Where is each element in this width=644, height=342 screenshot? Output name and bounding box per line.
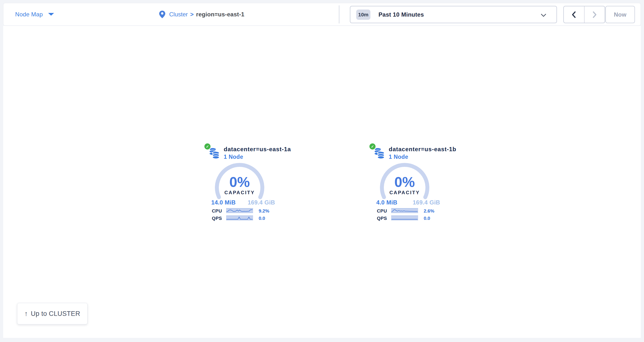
datacenter-name[interactable]: datacenter=us-east-1b bbox=[389, 146, 456, 153]
time-prev-button[interactable] bbox=[564, 6, 584, 23]
time-next-button[interactable] bbox=[584, 6, 605, 23]
header-divider bbox=[339, 5, 339, 23]
database-stack-icon bbox=[209, 147, 220, 160]
up-to-cluster-label: Up to CLUSTER bbox=[31, 310, 80, 318]
capacity-label: CAPACITY bbox=[214, 190, 265, 195]
qps-metric-row: QPS 0.0 bbox=[368, 215, 451, 221]
qps-sparkline bbox=[226, 215, 253, 220]
breadcrumb-current-region: region=us-east-1 bbox=[196, 11, 244, 18]
cpu-label: CPU bbox=[203, 208, 222, 214]
header: Node Map Cluster > region=us-east-1 10m … bbox=[3, 3, 641, 26]
qps-metric-row: QPS 0.0 bbox=[203, 215, 286, 221]
map-pin-icon bbox=[159, 10, 165, 18]
cpu-sparkline bbox=[391, 208, 418, 213]
time-range-dropdown[interactable]: 10m Past 10 Minutes bbox=[350, 6, 557, 23]
capacity-percent: 0% bbox=[380, 174, 430, 190]
up-to-cluster-button[interactable]: ↑ Up to CLUSTER bbox=[17, 303, 88, 325]
cpu-sparkline bbox=[226, 208, 253, 213]
qps-label: QPS bbox=[203, 216, 222, 221]
map-canvas: ✓ datacenter=us-east-1a 1 Node 0% CAPACI… bbox=[3, 26, 641, 338]
database-stack-icon bbox=[374, 147, 385, 160]
cpu-metric-row: CPU 9.2% bbox=[203, 208, 286, 214]
breadcrumb: Cluster > region=us-east-1 bbox=[159, 3, 244, 25]
view-selector-label: Node Map bbox=[15, 11, 43, 18]
chevron-left-icon bbox=[572, 11, 576, 18]
datacenter-card[interactable]: ✓ datacenter=us-east-1b 1 Node 0% CAPACI… bbox=[368, 143, 451, 226]
chevron-down-icon bbox=[541, 14, 546, 17]
capacity-total: 169.4 GiB bbox=[380, 199, 440, 206]
breadcrumb-separator: > bbox=[190, 11, 194, 18]
chevron-right-icon bbox=[592, 11, 597, 18]
cpu-value: 2.6% bbox=[424, 208, 434, 214]
time-nav-group bbox=[563, 6, 605, 23]
up-arrow-icon: ↑ bbox=[24, 310, 28, 318]
chevron-down-icon bbox=[48, 13, 54, 16]
cpu-label: CPU bbox=[368, 208, 387, 214]
capacity-percent: 0% bbox=[214, 174, 265, 190]
view-selector-dropdown[interactable]: Node Map bbox=[15, 3, 54, 25]
qps-sparkline bbox=[391, 215, 418, 220]
datacenter-name[interactable]: datacenter=us-east-1a bbox=[224, 146, 291, 153]
capacity-label: CAPACITY bbox=[380, 190, 430, 195]
qps-value: 0.0 bbox=[259, 216, 265, 221]
now-button[interactable]: Now bbox=[605, 6, 635, 23]
node-map-page: Node Map Cluster > region=us-east-1 10m … bbox=[0, 0, 644, 342]
node-count-link[interactable]: 1 Node bbox=[224, 154, 243, 160]
time-range-label: Past 10 Minutes bbox=[378, 11, 424, 18]
breadcrumb-cluster-link[interactable]: Cluster bbox=[169, 11, 188, 18]
cpu-metric-row: CPU 2.6% bbox=[368, 208, 451, 214]
healthy-check-icon: ✓ bbox=[204, 143, 210, 149]
qps-label: QPS bbox=[368, 216, 387, 221]
node-count-link[interactable]: 1 Node bbox=[389, 154, 408, 160]
qps-value: 0.0 bbox=[424, 216, 430, 221]
cpu-value: 9.2% bbox=[259, 208, 269, 214]
capacity-total: 169.4 GiB bbox=[214, 199, 275, 206]
time-range-badge: 10m bbox=[356, 9, 370, 20]
healthy-check-icon: ✓ bbox=[370, 143, 376, 149]
datacenter-card[interactable]: ✓ datacenter=us-east-1a 1 Node 0% CAPACI… bbox=[203, 143, 286, 226]
